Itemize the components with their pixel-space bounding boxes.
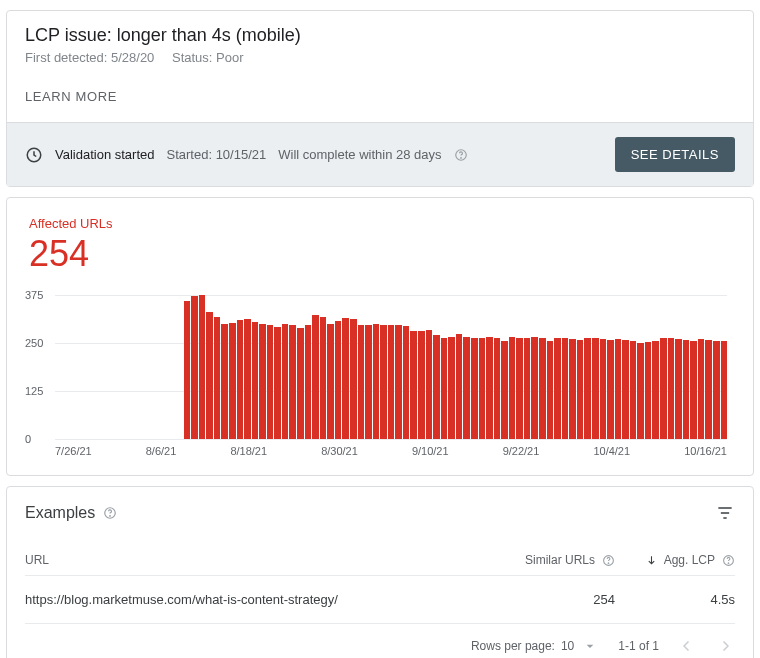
chart-bar [274, 327, 281, 439]
chart-bar [615, 339, 622, 439]
examples-table: URL Similar URLs Agg. LCP [25, 545, 735, 658]
chart-bar [426, 330, 433, 439]
chart-bar [282, 324, 289, 439]
examples-card: Examples URL Similar URLs [6, 486, 754, 658]
chart-bar [622, 340, 629, 439]
chart-bar [267, 325, 274, 439]
table-header-row: URL Similar URLs Agg. LCP [25, 545, 735, 576]
x-tick: 9/10/21 [412, 445, 449, 465]
chart-bar [463, 337, 470, 439]
prev-page-button[interactable] [677, 636, 697, 656]
col-url[interactable]: URL [25, 553, 485, 567]
chart-bar [592, 338, 599, 439]
chart-bar [358, 325, 365, 439]
svg-point-8 [728, 562, 729, 563]
table-row[interactable]: https://blog.marketmuse.com/what-is-cont… [25, 576, 735, 624]
chart-bar [539, 338, 546, 439]
chart-bar [584, 338, 591, 439]
validation-started: Started: 10/15/21 [167, 147, 267, 162]
chart-bar [259, 324, 266, 439]
chart-bar [342, 318, 349, 439]
x-tick: 7/26/21 [55, 445, 92, 465]
chart-bar [524, 338, 531, 439]
chart-bar [237, 320, 244, 439]
x-tick: 8/6/21 [146, 445, 177, 465]
chart-bar [471, 338, 478, 439]
chart-bar [184, 301, 191, 439]
chart-bar [199, 295, 206, 439]
validation-status-bar: Validation started Started: 10/15/21 Wil… [7, 122, 753, 186]
col-similar[interactable]: Similar URLs [485, 553, 615, 567]
issue-title: LCP issue: longer than 4s (mobile) [25, 25, 735, 46]
chart-bar [191, 296, 198, 439]
help-icon[interactable] [721, 553, 735, 567]
chart-bar [229, 323, 236, 439]
help-icon[interactable] [454, 148, 468, 162]
sort-down-icon [645, 554, 658, 567]
chart-bar [683, 340, 690, 439]
help-icon[interactable] [103, 506, 117, 520]
x-tick: 10/16/21 [684, 445, 727, 465]
chart-bar [554, 338, 561, 439]
chart-bar [418, 331, 425, 439]
affected-urls-card: Affected URLs 254 0125250375 7/26/218/6/… [6, 197, 754, 476]
x-tick: 8/30/21 [321, 445, 358, 465]
status-label: Status: Poor [172, 50, 244, 65]
chart-bar [350, 319, 357, 439]
chart-bar [221, 324, 228, 439]
svg-point-6 [608, 562, 609, 563]
chart-bar [660, 338, 667, 439]
chart-bar [690, 341, 697, 439]
chart-bar [327, 324, 334, 439]
see-details-button[interactable]: SEE DETAILS [615, 137, 735, 172]
chart-bar [607, 340, 614, 439]
issue-header-card: LCP issue: longer than 4s (mobile) First… [6, 10, 754, 187]
chart-bar [577, 340, 584, 439]
chart-bar [433, 335, 440, 439]
chart-bar [289, 325, 296, 439]
chart-bar [395, 325, 402, 439]
rows-per-page-label: Rows per page: [471, 639, 555, 653]
chart-bar [713, 341, 720, 439]
chart-bar [600, 339, 607, 439]
chart-bar [721, 341, 728, 439]
chart-bar [705, 340, 712, 439]
chart-bar [373, 324, 380, 439]
chart-bar [214, 317, 221, 439]
chart-bar [531, 337, 538, 439]
chart-bar [365, 325, 372, 439]
next-page-button[interactable] [715, 636, 735, 656]
cell-agg: 4.5s [615, 592, 735, 607]
chart-bar [494, 338, 501, 439]
chart-bar [244, 319, 251, 439]
page-range: 1-1 of 1 [618, 639, 659, 653]
x-tick: 9/22/21 [503, 445, 540, 465]
chart-bar [698, 339, 705, 439]
chart-bar [501, 341, 508, 439]
help-icon[interactable] [601, 553, 615, 567]
cell-similar: 254 [485, 592, 615, 607]
chart-bar [441, 338, 448, 439]
chart-bar [569, 339, 576, 439]
chart-bar [380, 325, 387, 439]
svg-point-2 [460, 157, 461, 158]
chart-bar [456, 334, 463, 439]
learn-more-link[interactable]: LEARN MORE [25, 89, 117, 104]
cell-url: https://blog.marketmuse.com/what-is-cont… [25, 592, 485, 607]
validation-headline: Validation started [55, 147, 155, 162]
svg-point-4 [110, 516, 111, 517]
issue-subtitle: First detected: 5/28/20 Status: Poor [25, 50, 735, 65]
chart-bar [630, 341, 637, 439]
chart-bar [320, 317, 327, 439]
affected-label: Affected URLs [29, 216, 731, 231]
rows-per-page-select[interactable] [580, 636, 600, 656]
chart-bar [509, 337, 516, 439]
chart-bar [479, 338, 486, 439]
chart-bar [403, 326, 410, 439]
chart-bar [448, 337, 455, 439]
chart-bar [410, 331, 417, 439]
col-agg-lcp[interactable]: Agg. LCP [615, 553, 735, 567]
filter-icon[interactable] [715, 503, 735, 523]
chart-bar [637, 343, 644, 439]
chart-bar [652, 341, 659, 439]
